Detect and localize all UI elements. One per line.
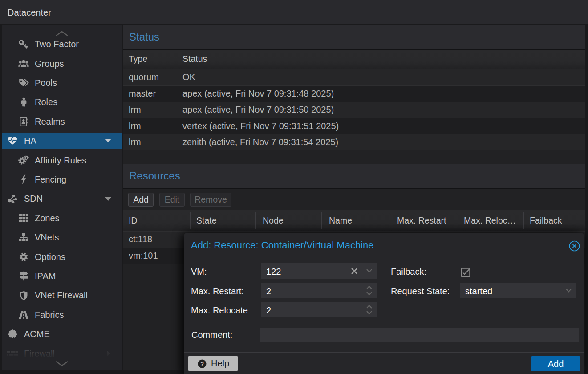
svg-text:?: ?: [200, 361, 204, 367]
